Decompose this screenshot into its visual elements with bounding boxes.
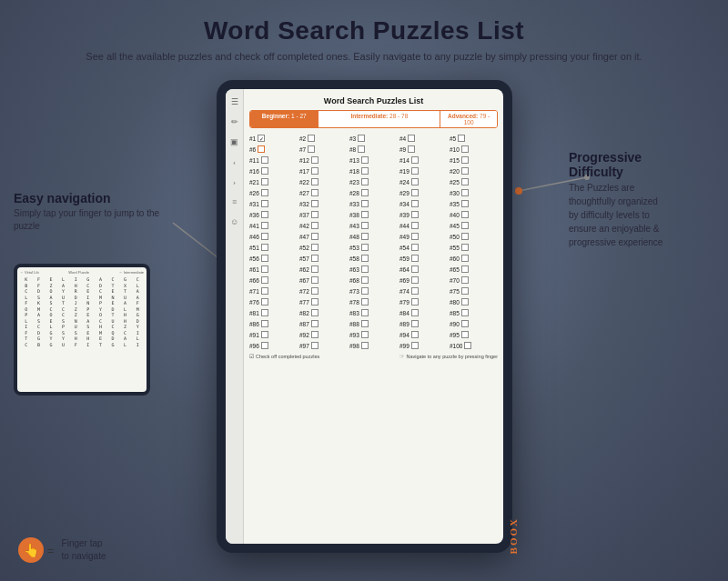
puzzle-checkbox[interactable] — [308, 135, 315, 142]
puzzle-checkbox[interactable] — [461, 233, 469, 240]
puzzle-item[interactable]: #76 — [249, 297, 298, 306]
puzzle-checkbox[interactable] — [461, 244, 469, 251]
puzzle-checkbox[interactable] — [461, 255, 469, 262]
puzzle-checkbox[interactable] — [311, 233, 318, 240]
puzzle-item[interactable]: #98 — [349, 341, 398, 350]
puzzle-item[interactable]: #16 — [249, 166, 298, 175]
puzzle-checkbox[interactable] — [411, 167, 419, 175]
puzzle-item[interactable]: #45 — [450, 221, 498, 230]
puzzle-item[interactable]: #92 — [299, 330, 348, 339]
puzzle-checkbox[interactable] — [361, 156, 369, 164]
puzzle-checkbox[interactable] — [361, 178, 369, 185]
puzzle-item[interactable]: #79 — [399, 297, 448, 306]
puzzle-item[interactable]: #53 — [349, 243, 398, 252]
puzzle-item[interactable]: #50 — [450, 232, 498, 241]
puzzle-item[interactable]: #84 — [399, 308, 448, 317]
puzzle-item[interactable]: #31 — [249, 199, 298, 208]
puzzle-checkbox[interactable] — [461, 167, 469, 175]
puzzle-item[interactable]: #73 — [349, 286, 398, 296]
puzzle-checkbox[interactable] — [461, 145, 469, 153]
puzzle-item[interactable]: #39 — [399, 210, 448, 219]
puzzle-checkbox[interactable] — [458, 135, 465, 142]
puzzle-checkbox[interactable] — [308, 145, 315, 153]
puzzle-checkbox[interactable] — [261, 320, 268, 327]
puzzle-checkbox[interactable] — [261, 331, 268, 338]
puzzle-item[interactable]: #18 — [349, 166, 398, 175]
puzzle-item[interactable]: #2 — [299, 134, 348, 143]
puzzle-checkbox[interactable] — [361, 233, 369, 240]
puzzle-checkbox[interactable] — [261, 189, 268, 196]
puzzle-checkbox[interactable] — [311, 189, 318, 196]
puzzle-checkbox[interactable] — [361, 255, 369, 262]
puzzle-checkbox[interactable] — [261, 276, 268, 284]
puzzle-checkbox[interactable] — [411, 309, 419, 316]
puzzle-checkbox[interactable] — [361, 287, 369, 295]
puzzle-item[interactable]: #83 — [349, 308, 398, 317]
puzzle-checkbox[interactable] — [461, 298, 469, 306]
puzzle-checkbox[interactable] — [361, 222, 369, 229]
puzzle-item[interactable]: #38 — [349, 210, 398, 219]
puzzle-checkbox[interactable] — [311, 156, 318, 164]
puzzle-item[interactable]: #48 — [349, 232, 398, 241]
puzzle-item[interactable]: #87 — [299, 319, 348, 328]
puzzle-item[interactable]: #15 — [450, 155, 498, 165]
puzzle-checkbox[interactable] — [311, 211, 318, 218]
puzzle-item[interactable]: #5 — [450, 134, 498, 143]
puzzle-checkbox[interactable] — [261, 244, 268, 251]
puzzle-checkbox[interactable] — [461, 178, 469, 185]
puzzle-checkbox[interactable] — [311, 222, 318, 229]
puzzle-item[interactable]: #30 — [450, 188, 498, 197]
puzzle-item[interactable]: #8 — [349, 145, 398, 154]
puzzle-item[interactable]: #36 — [249, 210, 298, 219]
puzzle-item[interactable]: #55 — [450, 243, 498, 252]
puzzle-item[interactable]: #67 — [299, 275, 348, 285]
puzzle-item[interactable]: #65 — [450, 265, 498, 274]
puzzle-checkbox[interactable] — [408, 135, 415, 142]
puzzle-item[interactable]: #80 — [450, 297, 498, 306]
puzzle-item[interactable]: #25 — [450, 177, 498, 186]
puzzle-item[interactable]: #100 — [450, 341, 498, 350]
puzzle-item[interactable]: #28 — [349, 188, 398, 197]
puzzle-item[interactable]: #61 — [249, 265, 298, 274]
puzzle-checkbox[interactable] — [411, 265, 419, 273]
puzzle-item[interactable]: #51 — [249, 243, 298, 252]
puzzle-checkbox[interactable] — [361, 167, 369, 175]
puzzle-checkbox[interactable] — [261, 342, 268, 349]
puzzle-checkbox[interactable] — [261, 233, 268, 240]
puzzle-checkbox[interactable] — [261, 222, 268, 229]
puzzle-checkbox[interactable] — [311, 287, 318, 295]
puzzle-item[interactable]: #72 — [299, 286, 348, 296]
puzzle-item[interactable]: #40 — [450, 210, 498, 219]
puzzle-item[interactable]: #91 — [249, 330, 298, 339]
puzzle-checkbox[interactable] — [408, 145, 415, 153]
puzzle-checkbox[interactable] — [461, 320, 469, 327]
puzzle-checkbox[interactable] — [411, 331, 419, 338]
puzzle-item[interactable]: #23 — [349, 177, 398, 186]
puzzle-item[interactable]: #75 — [450, 286, 498, 296]
puzzle-item[interactable]: #86 — [249, 319, 298, 328]
puzzle-checkbox[interactable] — [411, 320, 419, 327]
puzzle-checkbox[interactable] — [261, 255, 268, 262]
puzzle-checkbox[interactable] — [461, 222, 469, 229]
puzzle-checkbox[interactable] — [261, 287, 268, 295]
puzzle-checkbox[interactable] — [411, 255, 419, 262]
puzzle-item[interactable]: #52 — [299, 243, 348, 252]
puzzle-checkbox[interactable] — [261, 298, 268, 306]
puzzle-item[interactable]: #77 — [299, 297, 348, 306]
puzzle-item[interactable]: #89 — [399, 319, 448, 328]
puzzle-item[interactable]: #19 — [399, 166, 448, 175]
puzzle-checkbox[interactable] — [361, 298, 369, 306]
puzzle-item[interactable]: #33 — [349, 199, 398, 208]
puzzle-checkbox[interactable] — [311, 309, 318, 316]
puzzle-checkbox[interactable] — [358, 135, 365, 142]
puzzle-item[interactable]: #81 — [249, 308, 298, 317]
puzzle-item[interactable]: #71 — [249, 286, 298, 296]
puzzle-item[interactable]: #37 — [299, 210, 348, 219]
puzzle-item[interactable]: #74 — [399, 286, 448, 296]
puzzle-checkbox[interactable] — [261, 178, 268, 185]
puzzle-checkbox[interactable] — [461, 287, 469, 295]
puzzle-checkbox[interactable] — [461, 156, 469, 164]
puzzle-checkbox[interactable] — [411, 287, 419, 295]
puzzle-item[interactable]: #32 — [299, 199, 348, 208]
puzzle-item[interactable]: #69 — [399, 275, 448, 285]
